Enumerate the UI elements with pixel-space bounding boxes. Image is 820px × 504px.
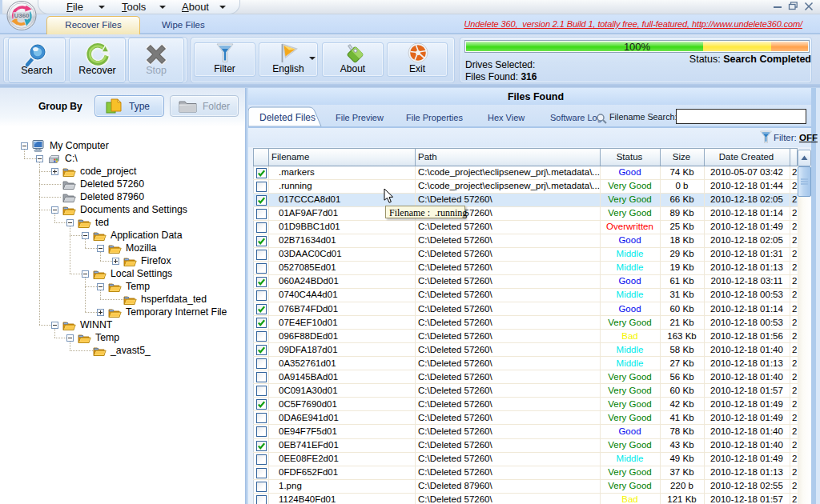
svg-text:U360: U360 [14,12,30,19]
